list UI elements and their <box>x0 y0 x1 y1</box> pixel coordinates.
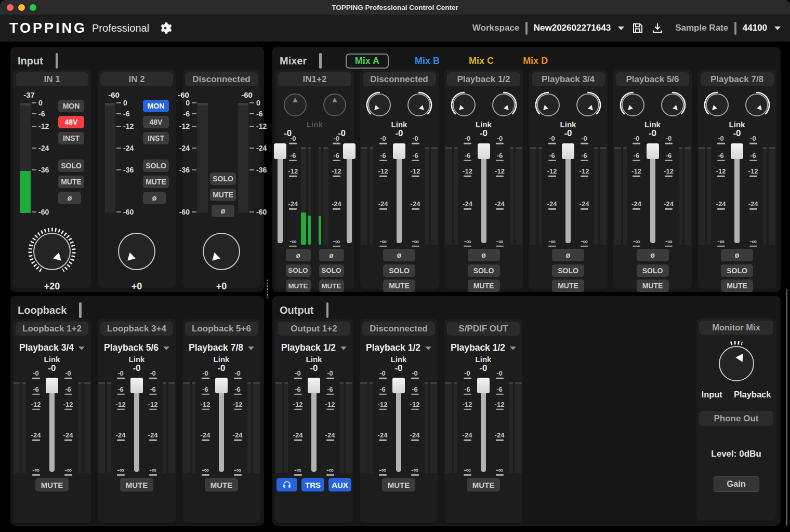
link-toggle[interactable]: Link <box>98 355 176 364</box>
sample-rate-dropdown-caret-icon[interactable] <box>774 26 781 30</box>
gain-knob[interactable] <box>112 227 162 276</box>
fader[interactable] <box>308 374 320 473</box>
solo-button[interactable]: SOLO <box>319 264 344 277</box>
solo-button[interactable]: SOLO <box>637 264 669 277</box>
tab-mix-a[interactable]: Mix A <box>346 54 389 69</box>
mon-button[interactable]: MON <box>58 100 84 112</box>
phase-button[interactable]: ø <box>319 249 344 261</box>
phase-button[interactable]: ø <box>212 205 234 217</box>
fader[interactable] <box>477 374 490 473</box>
pan-knob-left[interactable] <box>534 91 562 119</box>
workspace-value[interactable]: New202602271643 <box>534 23 611 33</box>
mute-button[interactable]: MUTE <box>468 280 500 292</box>
solo-button[interactable]: SOLO <box>383 264 415 277</box>
pan-knob-right[interactable] <box>405 91 433 119</box>
route-select[interactable]: Playback 7/8 <box>182 341 260 354</box>
link-toggle[interactable]: Link <box>275 120 354 129</box>
section-grab-handle[interactable] <box>326 302 329 318</box>
mute-button[interactable]: MUTE <box>143 176 169 188</box>
solo-button[interactable]: SOLO <box>143 159 169 172</box>
route-select[interactable]: Playback 1/2 <box>444 341 522 354</box>
mute-button[interactable]: MUTE <box>467 478 500 491</box>
mute-button[interactable]: MUTE <box>552 280 584 292</box>
pan-knob-left[interactable] <box>450 91 478 119</box>
pan-knob-right[interactable] <box>659 91 687 119</box>
link-toggle[interactable]: Link <box>275 355 353 364</box>
solo-button[interactable]: SOLO <box>58 159 84 172</box>
inst-button[interactable]: INST <box>58 132 84 144</box>
pan-knob-right[interactable] <box>490 91 518 119</box>
solo-button[interactable]: SOLO <box>210 172 236 185</box>
pan-knob-right[interactable] <box>743 91 771 119</box>
fader[interactable] <box>478 139 490 245</box>
settings-gear-icon[interactable] <box>160 21 173 35</box>
headphone-output-button[interactable] <box>276 478 297 491</box>
link-toggle[interactable]: Link <box>529 120 608 129</box>
phase-button[interactable]: ø <box>637 249 669 261</box>
solo-button[interactable]: SOLO <box>468 264 500 277</box>
phase-button[interactable]: ø <box>552 249 584 261</box>
monitor-mix-knob[interactable] <box>713 340 760 388</box>
route-select[interactable]: Playback 1/2 <box>360 341 438 354</box>
fader[interactable] <box>392 374 405 473</box>
fader[interactable] <box>215 374 228 473</box>
phase-button[interactable]: ø <box>383 249 415 261</box>
pan-knob-right[interactable] <box>321 91 349 119</box>
mute-button[interactable]: MUTE <box>205 478 238 491</box>
section-grab-handle[interactable] <box>79 302 82 318</box>
aux-output-button[interactable]: AUX <box>328 478 351 491</box>
fader[interactable] <box>731 139 743 245</box>
mute-button[interactable]: MUTE <box>721 280 753 292</box>
mon-button[interactable]: MON <box>143 100 169 112</box>
fader[interactable] <box>562 139 574 245</box>
pan-knob-right[interactable] <box>574 91 602 119</box>
mute-button[interactable]: MUTE <box>58 176 84 188</box>
phase-button[interactable]: ø <box>143 192 166 204</box>
fader[interactable] <box>46 374 58 473</box>
mute-button[interactable]: MUTE <box>286 280 311 292</box>
export-workspace-icon[interactable] <box>651 22 664 34</box>
mute-button[interactable]: MUTE <box>120 478 153 491</box>
route-select[interactable]: Playback 5/6 <box>98 341 176 354</box>
link-toggle[interactable]: Link <box>360 355 438 364</box>
link-toggle[interactable]: Link <box>182 355 260 364</box>
sample-rate-value[interactable]: 44100 <box>743 23 767 33</box>
fader[interactable] <box>130 374 143 473</box>
splitter-handle[interactable] <box>267 280 268 298</box>
save-workspace-icon[interactable] <box>631 22 644 34</box>
mute-button[interactable]: MUTE <box>35 478 69 491</box>
mute-button[interactable]: MUTE <box>637 280 669 292</box>
trs-output-button[interactable]: TRS <box>301 478 324 491</box>
tab-mix-c[interactable]: Mix C <box>466 55 497 68</box>
link-toggle[interactable]: Link <box>698 120 776 129</box>
workspace-dropdown-caret-icon[interactable] <box>618 26 624 30</box>
route-select[interactable]: Playback 3/4 <box>13 341 91 354</box>
pan-knob-left[interactable] <box>281 91 309 119</box>
tab-mix-b[interactable]: Mix B <box>412 55 443 68</box>
phantom-48v-button[interactable]: 48V <box>143 116 169 128</box>
gain-button[interactable]: Gain <box>714 476 759 492</box>
phase-button[interactable]: ø <box>468 249 500 261</box>
section-grab-handle[interactable] <box>319 53 322 69</box>
mute-button[interactable]: MUTE <box>383 280 415 292</box>
phantom-48v-button[interactable]: 48V <box>58 116 84 128</box>
tab-mix-d[interactable]: Mix D <box>520 55 551 68</box>
fader[interactable] <box>393 139 405 245</box>
link-toggle[interactable]: Link <box>360 120 439 129</box>
gain-knob[interactable] <box>27 227 77 276</box>
link-toggle[interactable]: Link <box>444 120 523 129</box>
fader[interactable] <box>647 139 659 245</box>
route-select[interactable]: Playback 1/2 <box>275 341 353 354</box>
mute-button[interactable]: MUTE <box>210 189 236 201</box>
phase-button[interactable]: ø <box>286 249 311 261</box>
solo-button[interactable]: SOLO <box>721 264 753 277</box>
fader-right[interactable] <box>345 139 354 245</box>
link-toggle[interactable]: Link <box>613 120 692 129</box>
link-toggle[interactable]: Link <box>13 355 91 364</box>
pan-knob-left[interactable] <box>365 91 393 119</box>
scrollbar[interactable] <box>786 289 787 526</box>
inst-button[interactable]: INST <box>143 132 169 144</box>
solo-button[interactable]: SOLO <box>552 264 584 277</box>
gain-knob[interactable] <box>196 227 246 276</box>
phase-button[interactable]: ø <box>721 249 753 261</box>
